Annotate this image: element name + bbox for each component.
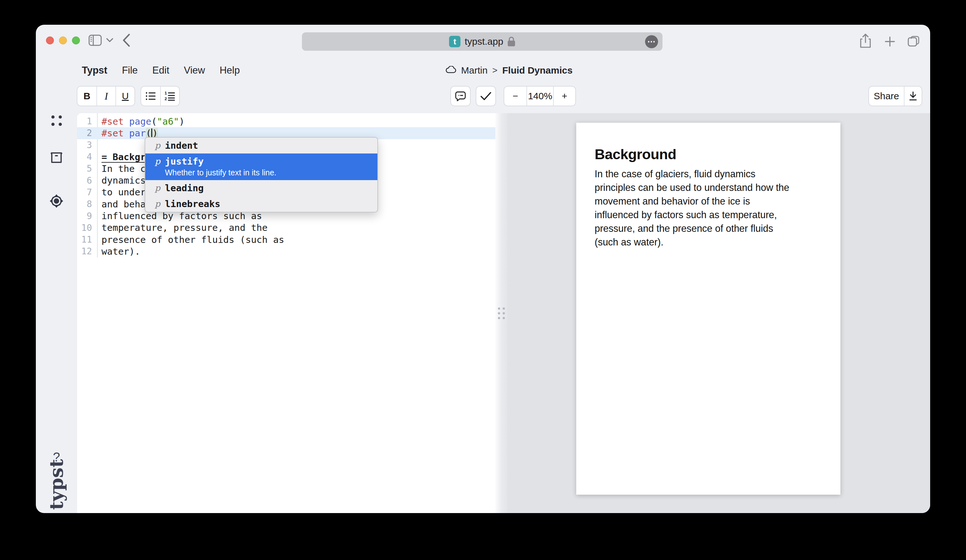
- code-token: #set: [102, 128, 124, 139]
- code-line[interactable]: 10temperature, pressure, and the: [77, 222, 495, 234]
- preview-page: Background In the case of glaciers, flui…: [576, 123, 840, 495]
- code-token: temperature, pressure, and the: [102, 222, 268, 233]
- breadcrumb-account[interactable]: Martin: [461, 65, 488, 76]
- menu-view[interactable]: View: [184, 65, 205, 76]
- new-tab-icon[interactable]: [884, 36, 895, 47]
- page-settings-button[interactable]: ⋯: [645, 35, 658, 48]
- breadcrumb: Martin > Fluid Dynamics: [445, 59, 572, 82]
- share-button[interactable]: Share: [869, 87, 904, 105]
- menu-typst[interactable]: Typst: [82, 65, 107, 76]
- menu-file[interactable]: File: [122, 65, 138, 76]
- line-number: 4: [77, 151, 97, 162]
- share-group: Share: [868, 86, 922, 106]
- browser-window: t typst.app ⋯: [36, 25, 930, 513]
- breadcrumb-separator: >: [492, 65, 497, 76]
- preview-body-line: In the case of glaciers, fluid dynamics: [595, 167, 822, 181]
- browser-chrome: t typst.app ⋯: [36, 25, 930, 59]
- tab-overview-icon[interactable]: [907, 35, 921, 48]
- preview-body-line: influenced by factors such as temperatur…: [595, 208, 822, 222]
- code-token: [124, 116, 129, 127]
- files-box-icon[interactable]: [36, 152, 77, 164]
- typst-logo: typst: [46, 480, 67, 510]
- menu-help[interactable]: Help: [220, 65, 240, 76]
- code-token: ): [179, 116, 184, 127]
- comments-button[interactable]: [450, 86, 471, 106]
- autocomplete-item-label: leading: [165, 182, 204, 194]
- list-group: 1 2: [141, 86, 180, 106]
- menu-edit[interactable]: Edit: [152, 65, 169, 76]
- autocomplete-item-main: justifyWhether to justify text in its li…: [165, 155, 276, 179]
- line-number: 5: [77, 163, 97, 174]
- italic-button[interactable]: I: [97, 87, 115, 105]
- download-button[interactable]: [904, 87, 922, 105]
- document-title[interactable]: Fluid Dynamics: [502, 65, 573, 76]
- fullscreen-window-button[interactable]: [72, 36, 80, 44]
- close-window-button[interactable]: [46, 36, 54, 44]
- code-line[interactable]: 12water).: [77, 245, 495, 257]
- minimize-window-button[interactable]: [59, 36, 67, 44]
- code-line[interactable]: 1#set page("a6"): [77, 115, 495, 127]
- back-icon[interactable]: [122, 34, 130, 47]
- editor-toolbar: B I U 1 2: [36, 82, 930, 113]
- line-number: 7: [77, 187, 97, 197]
- zoom-out-button[interactable]: −: [504, 87, 526, 105]
- autocomplete-item-indent[interactable]: pindent: [145, 138, 378, 153]
- code-token: par: [129, 128, 146, 139]
- zoom-group: − 140% +: [504, 86, 576, 106]
- settings-gear-icon[interactable]: [36, 194, 77, 209]
- lock-icon: [508, 36, 515, 47]
- code-token: water).: [102, 246, 140, 257]
- autocomplete-item-leading[interactable]: pleading: [145, 180, 378, 196]
- code-token: (: [151, 116, 157, 127]
- code-token: "a6": [157, 116, 179, 127]
- bullet-list-button[interactable]: [141, 87, 160, 105]
- preview-body: In the case of glaciers, fluid dynamicsp…: [595, 167, 822, 249]
- autocomplete-item-main: linebreaks: [165, 197, 220, 210]
- address-bar[interactable]: t typst.app ⋯: [302, 32, 662, 51]
- code-text: temperature, pressure, and the: [97, 222, 268, 233]
- code-token: #set: [102, 116, 124, 127]
- autocomplete-dropdown: pindentpjustifyWhether to justify text i…: [145, 137, 378, 212]
- line-number: 10: [77, 223, 97, 233]
- underline-button[interactable]: U: [115, 87, 135, 105]
- code-token: presence of other fluids (such as: [102, 234, 284, 245]
- preview-pane: Background In the case of glaciers, flui…: [508, 113, 930, 513]
- code-line[interactable]: 11presence of other fluids (such as: [77, 234, 495, 245]
- parameter-kind-icon: p: [150, 197, 165, 210]
- line-number: 1: [77, 116, 97, 126]
- line-number: 2: [77, 128, 97, 138]
- autocomplete-item-label: linebreaks: [165, 197, 220, 210]
- text-style-group: B I U: [77, 86, 135, 106]
- line-number: 9: [77, 211, 97, 221]
- url-text: typst.app: [465, 36, 503, 47]
- chevron-down-icon[interactable]: [106, 38, 113, 43]
- line-number: 8: [77, 199, 97, 209]
- code-token: page: [129, 116, 151, 127]
- line-number: 11: [77, 234, 97, 245]
- sidebar-toggle-icon[interactable]: [89, 34, 102, 46]
- drag-handle-icon[interactable]: [498, 307, 505, 319]
- autocomplete-item-label: justify: [165, 155, 276, 168]
- autocomplete-item-justify[interactable]: pjustifyWhether to justify text in its l…: [145, 153, 378, 180]
- svg-text:1: 1: [164, 91, 167, 95]
- split-resizer[interactable]: [495, 113, 508, 513]
- preview-heading: Background: [595, 146, 822, 163]
- code-text: presence of other fluids (such as: [97, 234, 284, 245]
- preview-body-line: (such as water).: [595, 235, 822, 249]
- line-number: 3: [77, 140, 97, 150]
- autocomplete-item-main: leading: [165, 182, 204, 194]
- autocomplete-item-main: indent: [165, 139, 198, 152]
- preview-body-line: pressure, and the presence of other flui…: [595, 222, 822, 235]
- spellcheck-approve-button[interactable]: [476, 86, 496, 106]
- svg-text:2: 2: [164, 96, 167, 101]
- autocomplete-item-linebreaks[interactable]: plinebreaks: [145, 196, 378, 212]
- zoom-in-button[interactable]: +: [553, 87, 575, 105]
- zoom-level[interactable]: 140%: [526, 87, 553, 105]
- numbered-list-button[interactable]: 1 2: [160, 87, 179, 105]
- line-number: 12: [77, 246, 97, 256]
- share-page-icon[interactable]: [860, 34, 871, 48]
- code-text: #set page("a6"): [97, 116, 184, 127]
- left-rail: ? typst: [36, 113, 77, 513]
- dashboard-icon[interactable]: [36, 115, 77, 126]
- bold-button[interactable]: B: [77, 87, 97, 105]
